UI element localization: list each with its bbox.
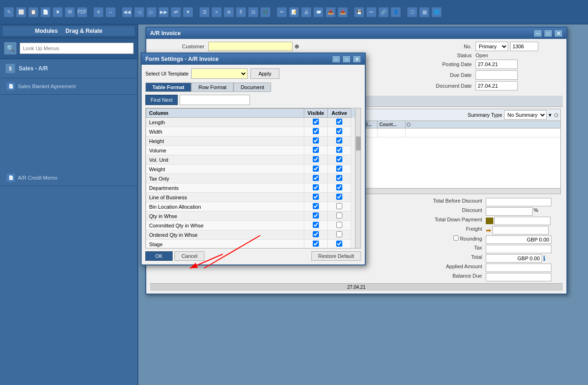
toolbar-icon-in[interactable]: 📥: [325, 7, 336, 17]
toolbar-icon-filter[interactable]: ▼: [183, 7, 193, 17]
fs-minimize-button[interactable]: ─: [332, 55, 340, 63]
fs-col-visible[interactable]: [304, 230, 328, 240]
toolbar-icon-target[interactable]: ⌖: [211, 7, 222, 17]
fs-col-active[interactable]: [328, 118, 351, 127]
fs-col-active[interactable]: [328, 221, 351, 230]
fs-col-active[interactable]: [328, 165, 351, 174]
toolbar-icon-2[interactable]: ⬜: [16, 7, 26, 17]
toolbar-icon-print[interactable]: 🖨: [301, 7, 311, 17]
fs-vscrollbar[interactable]: [355, 108, 361, 248]
discount-input[interactable]: [486, 207, 533, 216]
fs-col-visible[interactable]: [304, 211, 328, 221]
fs-col-visible[interactable]: [304, 202, 328, 211]
visible-checkbox-1[interactable]: [313, 128, 319, 134]
toolbar-icon-edit2[interactable]: 📝: [289, 7, 299, 17]
due-date-input[interactable]: [475, 70, 518, 80]
fs-col-active[interactable]: [328, 136, 351, 146]
fs-cancel-button[interactable]: Cancel: [174, 251, 204, 261]
toolbar-icon-3[interactable]: 📋: [28, 7, 38, 17]
fs-col-active[interactable]: [328, 230, 351, 240]
visible-checkbox-11[interactable]: [313, 222, 319, 228]
visible-checkbox-5[interactable]: [313, 166, 319, 172]
fs-col-active[interactable]: [328, 146, 351, 155]
toolbar-icon-expand[interactable]: ⬡: [407, 7, 417, 17]
visible-checkbox-10[interactable]: [313, 212, 319, 219]
toolbar-icon-add[interactable]: ⊕: [224, 7, 234, 17]
summary-dropdown-icon[interactable]: ▼: [548, 113, 552, 118]
fs-template-select[interactable]: [191, 68, 248, 79]
fs-restore-default-button[interactable]: Restore Default: [311, 251, 361, 261]
sidebar-item-credit-memo[interactable]: 📄 A/R Credit Memo: [0, 170, 137, 186]
freight-input[interactable]: [492, 226, 549, 234]
total-input[interactable]: [486, 254, 542, 263]
rounding-checkbox[interactable]: [453, 235, 459, 241]
no-type-select[interactable]: Primary: [475, 42, 508, 51]
toolbar-icon-send[interactable]: 📨: [313, 7, 324, 17]
rounding-input[interactable]: [486, 235, 551, 244]
toolbar-icon-4[interactable]: 📄: [40, 7, 51, 17]
toolbar-icon-euro[interactable]: €: [236, 7, 246, 17]
fs-col-active[interactable]: [328, 211, 351, 221]
table-expand-icon[interactable]: ⬡: [554, 113, 558, 118]
visible-checkbox-8[interactable]: [313, 194, 319, 200]
down-payment-input[interactable]: [494, 217, 550, 225]
minimize-button[interactable]: ─: [534, 30, 542, 37]
fs-col-active[interactable]: [328, 193, 351, 202]
active-checkbox-1[interactable]: [336, 128, 342, 134]
visible-checkbox-2[interactable]: [313, 137, 319, 143]
fs-col-active[interactable]: [328, 127, 351, 136]
toolbar-icon-undo[interactable]: ↩: [366, 7, 377, 17]
toolbar-icon-sync[interactable]: ⇄: [171, 7, 181, 17]
posting-date-input[interactable]: [475, 60, 518, 69]
active-checkbox-3[interactable]: [336, 147, 342, 153]
fs-col-active[interactable]: [328, 174, 351, 183]
tax-input[interactable]: [486, 245, 551, 253]
toolbar-icon-currency[interactable]: 💱: [260, 7, 271, 17]
customer-input[interactable]: [208, 42, 293, 51]
modules-menu[interactable]: Modules Drag & Relate: [3, 26, 135, 36]
toolbar-icon-pdf[interactable]: PDF: [77, 7, 87, 17]
fs-col-visible[interactable]: [304, 174, 328, 183]
visible-checkbox-9[interactable]: [313, 203, 319, 209]
active-checkbox-12[interactable]: [336, 231, 342, 237]
fs-search-input[interactable]: [180, 95, 250, 105]
visible-checkbox-3[interactable]: [313, 147, 319, 153]
fs-find-next-button[interactable]: Find Next: [145, 95, 178, 105]
toolbar-icon-edit1[interactable]: ✏: [277, 7, 287, 17]
customer-browse-icon[interactable]: ⊕: [294, 43, 299, 50]
fs-col-active[interactable]: [328, 202, 351, 211]
active-checkbox-0[interactable]: [336, 119, 342, 125]
close-button[interactable]: ✕: [554, 30, 563, 37]
active-checkbox-2[interactable]: [336, 137, 342, 143]
toolbar-icon-first[interactable]: ◀◀: [122, 7, 132, 17]
total-info-icon[interactable]: ℹ: [543, 255, 545, 262]
total-before-discount-input[interactable]: [486, 198, 551, 206]
active-checkbox-9[interactable]: [336, 203, 342, 209]
visible-checkbox-6[interactable]: [313, 175, 319, 181]
toolbar-icon-link[interactable]: 🔗: [378, 7, 389, 17]
toolbar-icon-web[interactable]: 🌐: [431, 7, 442, 17]
document-date-input[interactable]: [475, 81, 518, 91]
toolbar-icon-move[interactable]: ✛: [93, 7, 104, 17]
active-checkbox-10[interactable]: [336, 212, 342, 219]
fs-col-active[interactable]: [328, 155, 351, 165]
fs-col-visible[interactable]: [304, 183, 328, 193]
fs-col-visible[interactable]: [304, 155, 328, 165]
active-checkbox-11[interactable]: [336, 222, 342, 228]
sidebar-item-blanket[interactable]: 📄 Sales Blanket Agreement: [0, 78, 137, 95]
toolbar-icon-out[interactable]: 📤: [338, 7, 348, 17]
fs-col-active[interactable]: [328, 240, 351, 249]
fs-col-active[interactable]: [328, 183, 351, 193]
toolbar-icon-next[interactable]: ▷: [146, 7, 157, 17]
toolbar-icon-5[interactable]: ✖: [53, 7, 63, 17]
toolbar-icon-word[interactable]: W: [65, 7, 75, 17]
fs-tab-table-format[interactable]: Table Format: [145, 83, 191, 92]
fs-col-visible[interactable]: [304, 165, 328, 174]
fs-col-visible[interactable]: [304, 127, 328, 136]
fs-col-visible[interactable]: [304, 118, 328, 127]
active-checkbox-8[interactable]: [336, 194, 342, 200]
toolbar-icon-last[interactable]: ▶▶: [158, 7, 169, 17]
table-col-settings-icon[interactable]: ⬡: [406, 121, 412, 128]
active-checkbox-4[interactable]: [336, 156, 342, 162]
active-checkbox-5[interactable]: [336, 166, 342, 172]
